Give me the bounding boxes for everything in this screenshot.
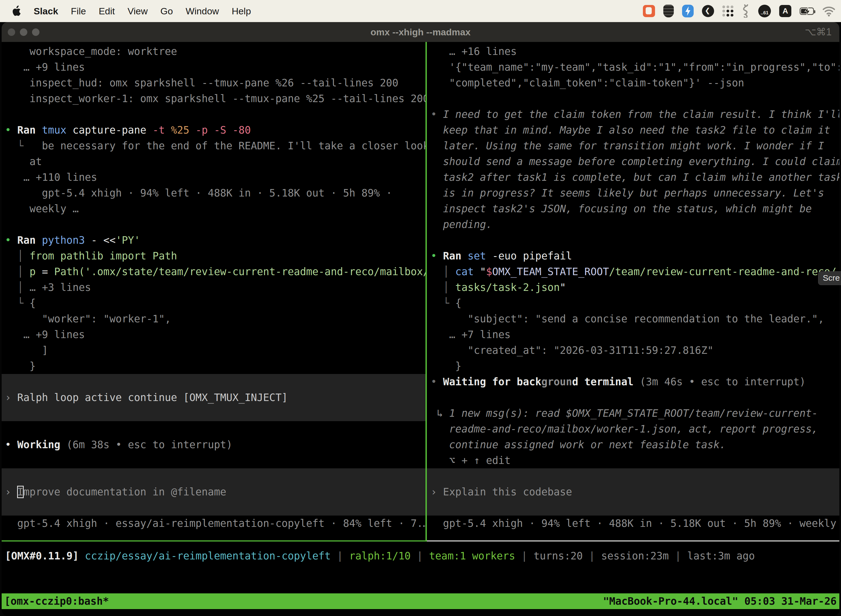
terminal-line: … +110 lines xyxy=(5,169,425,185)
menu-window[interactable]: Window xyxy=(186,6,219,16)
apple-logo-icon[interactable] xyxy=(12,6,21,16)
omx-hud-statusline: [OMX#0.11.9] cczip/essay/ai-reimplementa… xyxy=(5,548,840,564)
working-status: • Working (6m 38s • esc to interrupt) xyxy=(1,421,425,468)
menu-file[interactable]: File xyxy=(71,6,86,16)
hook-icon[interactable] xyxy=(742,4,750,18)
terminal-line xyxy=(5,453,425,468)
terminal-line: "created_at": "2026-03-31T11:59:27.816Z" xyxy=(431,343,840,358)
menu-bar: Slack File Edit View Go Window Help ..61… xyxy=(0,0,841,22)
menu-view[interactable]: View xyxy=(127,6,148,16)
terminal-line: ⌥ + ↑ edit xyxy=(431,453,840,468)
terminal-line: ↳ 1 new msg(s): read $OMX_TEAM_STATE_ROO… xyxy=(431,405,840,421)
terminal-line xyxy=(431,232,840,248)
terminal-line: } xyxy=(5,358,425,374)
window-title: omx --xhigh --madmax xyxy=(1,27,840,38)
wifi-icon[interactable] xyxy=(822,6,835,16)
terminal-line xyxy=(431,91,840,107)
left-prompt-input[interactable]: › Improve documentation in @filename xyxy=(1,468,425,516)
terminal-line: inspect_hud: omx sparkshell --tmux-pane … xyxy=(5,75,425,91)
terminal-line: at xyxy=(5,154,425,169)
terminal-line: … +16 lines xyxy=(431,44,840,59)
terminal-line: inspect_worker-1: omx sparkshell --tmux-… xyxy=(5,91,425,107)
window-shortcut-hint: ⌥⌘1 xyxy=(804,26,840,38)
terminal-line: • Waiting for background terminal (3m 46… xyxy=(431,374,840,390)
text-cursor: I xyxy=(18,486,23,498)
menu-go[interactable]: Go xyxy=(160,6,173,16)
terminal-line: │ cat "$OMX_TEAM_STATE_ROOT/team/review-… xyxy=(431,264,840,280)
speed-bolt-icon[interactable] xyxy=(682,5,694,18)
terminal-line: readme-and-reco/mailbox/worker-1.json, a… xyxy=(431,421,840,437)
terminal-line: │ from pathlib import Path xyxy=(5,248,425,264)
screen-tooltip: Scre xyxy=(818,271,841,285)
terminal-line: "completed","claim_token":"claim-token"}… xyxy=(431,75,840,91)
terminal-content: workspace_mode: worktree … +9 lines insp… xyxy=(1,42,840,616)
terminal-line: … +9 lines xyxy=(5,327,425,343)
tmux-status-bar: [omx-cczip0:bash* "MacBook-Pro-44.local"… xyxy=(1,593,840,609)
terminal-line: … +9 lines xyxy=(5,59,425,75)
bottom-divider-inactive xyxy=(427,540,840,541)
right-prompt-input[interactable]: › Explain this codebase xyxy=(427,468,840,516)
terminal-window: omx --xhigh --madmax ⌥⌘1 workspace_mode:… xyxy=(1,22,840,616)
terminal-line: └ { xyxy=(431,295,840,311)
terminal-line xyxy=(5,421,425,437)
tmux-session-name: [omx-cczip0:bash* xyxy=(1,593,109,609)
menu-help[interactable]: Help xyxy=(232,6,251,16)
window-titlebar[interactable]: omx --xhigh --madmax ⌥⌘1 xyxy=(1,22,840,42)
terminal-line xyxy=(5,107,425,122)
terminal-line: • Ran tmux capture-pane -t %25 -p -S -80 xyxy=(5,122,425,138)
keyboard-layout-icon[interactable]: A xyxy=(779,5,791,17)
right-session-statusline: gpt-5.4 xhigh · 94% left · 488K in · 5.1… xyxy=(427,516,840,531)
terminal-line: is in progress? It seems likely but perh… xyxy=(431,185,840,201)
terminal-line: should send a message before completing … xyxy=(431,154,840,169)
terminal-line: inspect task2's JSON, focusing on the st… xyxy=(431,201,840,217)
terminal-line: ] xyxy=(5,343,425,358)
crescent-circle-icon[interactable] xyxy=(702,5,714,17)
terminal-line: gpt-5.4 xhigh · essay/ai-reimplementatio… xyxy=(5,516,425,531)
terminal-line: pending. xyxy=(431,217,840,232)
terminal-line: keep that in mind. Maybe I also need the… xyxy=(431,122,840,138)
bottom-divider-active xyxy=(1,540,427,541)
terminal-line: │ tasks/task-2.json" xyxy=(431,280,840,295)
terminal-line xyxy=(431,390,840,405)
terminal-line: "worker": "worker-1", xyxy=(5,311,425,327)
terminal-line xyxy=(5,217,425,232)
shield-grid-icon[interactable] xyxy=(663,5,674,18)
terminal-line: } xyxy=(431,358,840,374)
terminal-line: └ be necessary for the end of the README… xyxy=(5,138,425,154)
terminal-line: • Working (6m 38s • esc to interrupt) xyxy=(5,437,425,453)
terminal-line: • Ran python3 - <<'PY' xyxy=(5,232,425,248)
dots-grid-icon[interactable] xyxy=(722,6,733,16)
battery-charging-icon[interactable] xyxy=(800,7,814,15)
terminal-line: │ … +3 lines xyxy=(5,280,425,295)
terminal-line: › Ralph loop active continue [OMX_TMUX_I… xyxy=(5,390,425,405)
lens-badge-icon[interactable]: ..61 xyxy=(758,5,771,18)
terminal-line: continue assigned work or next feasible … xyxy=(431,437,840,453)
terminal-line: … +7 lines xyxy=(431,327,840,343)
terminal-line: gpt-5.4 xhigh · 94% left · 488K in · 5.1… xyxy=(431,516,840,531)
terminal-line: › Explain this codebase xyxy=(431,484,840,500)
terminal-line: [OMX#0.11.9] cczip/essay/ai-reimplementa… xyxy=(5,548,840,564)
terminal-line: workspace_mode: worktree xyxy=(5,44,425,59)
terminal-line: '{"team_name":"my-team","task_id":"1","f… xyxy=(431,59,840,75)
terminal-line: • Ran set -euo pipefail xyxy=(431,248,840,264)
terminal-line: "subject": "send a concise recommendatio… xyxy=(431,311,840,327)
left-pane-log: workspace_mode: worktree … +9 lines insp… xyxy=(1,42,425,374)
inject-banner: › Ralph loop active continue [OMX_TMUX_I… xyxy=(1,374,425,421)
terminal-line: └ { xyxy=(5,295,425,311)
screenshot-chat-icon[interactable] xyxy=(643,5,655,17)
left-pane[interactable]: workspace_mode: worktree … +9 lines insp… xyxy=(1,42,425,540)
tmux-host-clock: "MacBook-Pro-44.local" 05:03 31-Mar-26 xyxy=(603,593,840,609)
terminal-line: gpt-5.4 xhigh · 94% left · 488K in · 5.1… xyxy=(5,185,425,201)
terminal-line: weekly … xyxy=(5,201,425,217)
terminal-line: • I need to get the claim token from the… xyxy=(431,107,840,122)
menu-slack[interactable]: Slack xyxy=(34,6,58,16)
right-pane-log: … +16 lines '{"team_name":"my-team","tas… xyxy=(427,42,840,468)
menu-edit[interactable]: Edit xyxy=(99,6,115,16)
left-session-statusline: gpt-5.4 xhigh · essay/ai-reimplementatio… xyxy=(1,516,425,531)
terminal-line: › Improve documentation in @filename xyxy=(5,484,425,500)
right-pane[interactable]: … +16 lines '{"team_name":"my-team","tas… xyxy=(427,42,840,540)
terminal-line: later. Using the same for transition mig… xyxy=(431,138,840,154)
terminal-line: │ p = Path('.omx/state/team/review-curre… xyxy=(5,264,425,280)
terminal-line: task2 after task1 is complete, but can I… xyxy=(431,169,840,185)
